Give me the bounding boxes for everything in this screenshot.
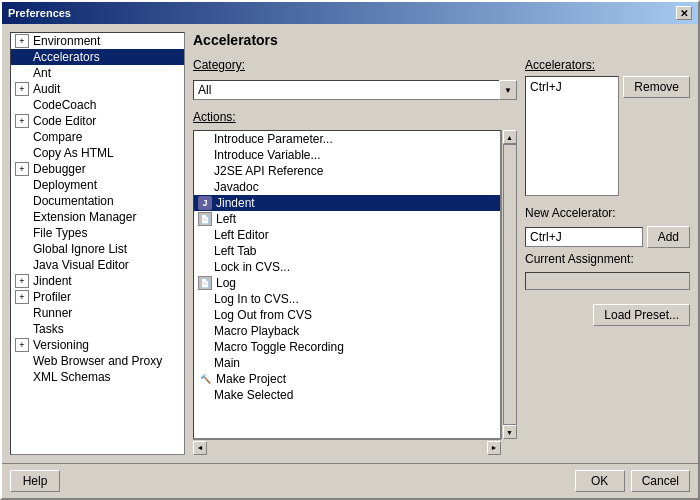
action-label: Jindent (216, 196, 255, 210)
new-accelerator-label: New Accelerator: (525, 206, 690, 220)
new-accelerator-section: New Accelerator: Add Current Assignment: (525, 206, 690, 290)
action-label: Left Editor (214, 228, 269, 242)
new-accelerator-row: Add (525, 226, 690, 248)
action-item-introduce-param[interactable]: Introduce Parameter... (194, 131, 500, 147)
scroll-thumb[interactable] (503, 144, 517, 425)
close-button[interactable]: ✕ (676, 6, 692, 20)
sidebar-item-label: Tasks (33, 322, 64, 336)
action-item-make-project[interactable]: 🔨 Make Project (194, 371, 500, 387)
actions-list-outer: Introduce Parameter... Introduce Variabl… (193, 130, 517, 455)
action-label: Make Selected (214, 388, 293, 402)
sidebar-item-label: Documentation (33, 194, 114, 208)
action-label: Javadoc (214, 180, 259, 194)
sidebar-item-label: Deployment (33, 178, 97, 192)
dialog-body: + Environment Accelerators Ant + Audit C… (2, 24, 698, 463)
action-item-logout-cvs[interactable]: Log Out from CVS (194, 307, 500, 323)
category-select[interactable]: All (193, 80, 517, 100)
sidebar-item-label: Extension Manager (33, 210, 136, 224)
sidebar-item-compare[interactable]: Compare (11, 129, 184, 145)
action-item-left-editor[interactable]: Left Editor (194, 227, 500, 243)
action-item-introduce-var[interactable]: Introduce Variable... (194, 147, 500, 163)
expand-icon[interactable]: + (15, 338, 29, 352)
dialog-title: Preferences (8, 7, 71, 19)
remove-button[interactable]: Remove (623, 76, 690, 98)
sidebar-item-documentation[interactable]: Documentation (11, 193, 184, 209)
sidebar-item-deployment[interactable]: Deployment (11, 177, 184, 193)
expand-icon[interactable]: + (15, 290, 29, 304)
sidebar-item-label: XML Schemas (33, 370, 111, 384)
action-item-left[interactable]: 📄 Left (194, 211, 500, 227)
load-preset-section: Load Preset... (525, 304, 690, 326)
title-bar: Preferences ✕ (2, 2, 698, 24)
sidebar-item-debugger[interactable]: + Debugger (11, 161, 184, 177)
preferences-dialog: Preferences ✕ + Environment Accelerators… (0, 0, 700, 500)
actions-panel: Category: All ▼ Actions: (193, 58, 517, 455)
current-assignment-value (525, 272, 690, 290)
sidebar-item-filetypes[interactable]: File Types (11, 225, 184, 241)
sidebar-item-profiler[interactable]: + Profiler (11, 289, 184, 305)
action-item-macro-playback[interactable]: Macro Playback (194, 323, 500, 339)
sidebar-item-label: Code Editor (33, 114, 96, 128)
tree-panel: + Environment Accelerators Ant + Audit C… (10, 32, 185, 455)
ok-button[interactable]: OK (575, 470, 625, 492)
accelerators-label: Accelerators: (525, 58, 690, 72)
action-label: Introduce Parameter... (214, 132, 333, 146)
sidebar-item-audit[interactable]: + Audit (11, 81, 184, 97)
new-accelerator-input[interactable] (525, 227, 643, 247)
cancel-button[interactable]: Cancel (631, 470, 690, 492)
sidebar-item-tasks[interactable]: Tasks (11, 321, 184, 337)
action-item-log[interactable]: 📄 Log (194, 275, 500, 291)
sidebar-item-label: Environment (33, 34, 100, 48)
horizontal-scrollbar[interactable]: ◄ ► (193, 439, 501, 455)
action-item-make-selected[interactable]: Make Selected (194, 387, 500, 403)
sidebar-item-xmlschemas[interactable]: XML Schemas (11, 369, 184, 385)
vertical-scrollbar[interactable]: ▲ ▼ (501, 130, 517, 439)
scroll-right-button[interactable]: ► (487, 441, 501, 455)
expand-icon[interactable]: + (15, 114, 29, 128)
accel-item[interactable]: Ctrl+J (528, 79, 616, 95)
accel-buttons: Remove (623, 76, 690, 196)
sidebar-item-jindent[interactable]: + Jindent (11, 273, 184, 289)
help-button[interactable]: Help (10, 470, 60, 492)
actions-list-inner: Introduce Parameter... Introduce Variabl… (193, 130, 501, 439)
right-content: Category: All ▼ Actions: (193, 58, 690, 455)
sidebar-item-label: Java Visual Editor (33, 258, 129, 272)
action-item-lock-cvs[interactable]: Lock in CVS... (194, 259, 500, 275)
add-button[interactable]: Add (647, 226, 690, 248)
sidebar-item-codecoach[interactable]: CodeCoach (11, 97, 184, 113)
action-item-macro-toggle[interactable]: Macro Toggle Recording (194, 339, 500, 355)
sidebar-item-webbrowser[interactable]: Web Browser and Proxy (11, 353, 184, 369)
scroll-up-button[interactable]: ▲ (503, 130, 517, 144)
expand-icon[interactable]: + (15, 82, 29, 96)
action-item-javadoc[interactable]: Javadoc (194, 179, 500, 195)
sidebar-item-javavisualeditor[interactable]: Java Visual Editor (11, 257, 184, 273)
action-label: Lock in CVS... (214, 260, 290, 274)
sidebar-item-ant[interactable]: Ant (11, 65, 184, 81)
page-icon: 📄 (198, 212, 212, 226)
sidebar-item-environment[interactable]: + Environment (11, 33, 184, 49)
action-item-left-tab[interactable]: Left Tab (194, 243, 500, 259)
actions-label-row: Actions: (193, 110, 517, 124)
sidebar-item-globalignorelist[interactable]: Global Ignore List (11, 241, 184, 257)
expand-icon[interactable]: + (15, 162, 29, 176)
sidebar-item-copyashtml[interactable]: Copy As HTML (11, 145, 184, 161)
sidebar-item-accelerators[interactable]: Accelerators (11, 49, 184, 65)
sidebar-item-label: Copy As HTML (33, 146, 114, 160)
sidebar-item-label: Runner (33, 306, 72, 320)
action-item-j2se[interactable]: J2SE API Reference (194, 163, 500, 179)
sidebar-item-runner[interactable]: Runner (11, 305, 184, 321)
expand-icon[interactable]: + (15, 274, 29, 288)
scroll-down-button[interactable]: ▼ (503, 425, 517, 439)
action-item-jindent[interactable]: J Jindent (194, 195, 500, 211)
action-item-login-cvs[interactable]: Log In to CVS... (194, 291, 500, 307)
scroll-left-button[interactable]: ◄ (193, 441, 207, 455)
expand-icon[interactable]: + (15, 34, 29, 48)
bottom-bar: Help OK Cancel (2, 463, 698, 498)
sidebar-item-versioning[interactable]: + Versioning (11, 337, 184, 353)
action-item-main[interactable]: Main (194, 355, 500, 371)
load-preset-button[interactable]: Load Preset... (593, 304, 690, 326)
sidebar-item-extensionmanager[interactable]: Extension Manager (11, 209, 184, 225)
sidebar-item-label: File Types (33, 226, 87, 240)
sidebar-item-codeeditor[interactable]: + Code Editor (11, 113, 184, 129)
category-label: Category: (193, 58, 245, 72)
